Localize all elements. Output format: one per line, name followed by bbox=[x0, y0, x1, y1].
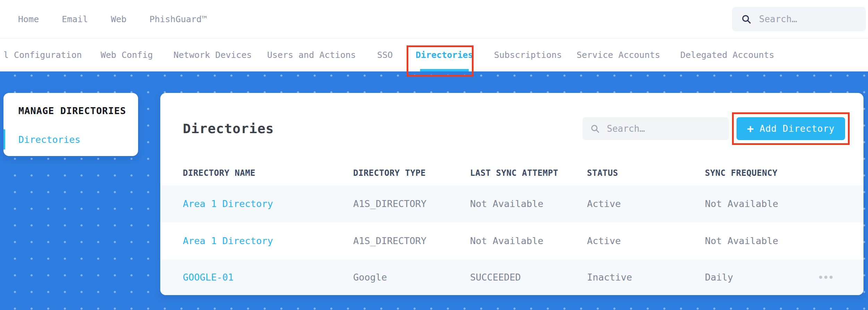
add-directory-button-label: Add Directory bbox=[760, 123, 835, 134]
sync-frequency-cell: Not Available bbox=[705, 235, 809, 246]
settings-tab-bar: l Configuration Web Config Network Devic… bbox=[0, 38, 868, 71]
row-actions-menu-icon[interactable] bbox=[817, 272, 835, 282]
page-title: Directories bbox=[183, 121, 274, 136]
tab-users-and-actions[interactable]: Users and Actions bbox=[267, 38, 356, 71]
search-icon bbox=[590, 124, 600, 134]
tab-web-config[interactable]: Web Config bbox=[101, 38, 153, 71]
status-cell: Active bbox=[587, 235, 705, 246]
top-nav-item-home[interactable]: Home bbox=[18, 14, 39, 24]
sidebar-item-directories[interactable]: Directories bbox=[3, 129, 138, 149]
add-directory-button[interactable]: + Add Directory bbox=[737, 117, 845, 140]
table-row: GOOGLE-01 Google SUCCEEDED Inactive Dail… bbox=[160, 259, 863, 295]
table-row: Area 1 Directory A1S_DIRECTORY Not Avail… bbox=[160, 222, 863, 259]
red-annotation-box-add-directory: + Add Directory bbox=[732, 112, 850, 145]
sidebar-title: MANAGE DIRECTORIES bbox=[18, 105, 138, 116]
directories-search-input[interactable] bbox=[606, 123, 721, 134]
sync-frequency-cell: Daily bbox=[705, 272, 809, 283]
global-search-input[interactable] bbox=[758, 14, 857, 25]
column-header-last-sync-attempt: LAST SYNC ATTEMPT bbox=[470, 168, 587, 178]
status-cell: Active bbox=[587, 198, 705, 209]
directory-type-cell: A1S_DIRECTORY bbox=[353, 198, 470, 209]
tab-email-configuration[interactable]: l Configuration bbox=[3, 38, 82, 71]
column-header-sync-frequency: SYNC FREQUENCY bbox=[705, 168, 809, 178]
last-sync-attempt-cell: Not Available bbox=[470, 235, 587, 246]
plus-icon: + bbox=[747, 123, 754, 134]
tab-sso[interactable]: SSO bbox=[377, 38, 393, 71]
directories-page: MANAGE DIRECTORIES Directories Directori… bbox=[0, 71, 868, 310]
directories-panel: Directories + Add Directory DIRECTO bbox=[160, 93, 863, 295]
last-sync-attempt-cell: SUCCEEDED bbox=[470, 272, 587, 283]
tab-network-devices[interactable]: Network Devices bbox=[173, 38, 252, 71]
global-search-box[interactable] bbox=[732, 7, 866, 31]
column-header-status: STATUS bbox=[587, 168, 705, 178]
directory-name-link[interactable]: Area 1 Directory bbox=[183, 198, 353, 209]
top-nav-item-email[interactable]: Email bbox=[62, 14, 88, 24]
directory-name-link[interactable]: GOOGLE-01 bbox=[183, 272, 353, 283]
tab-directories[interactable]: Directories bbox=[416, 38, 473, 71]
top-nav-item-phishguard[interactable]: PhishGuard™ bbox=[150, 14, 207, 24]
top-nav-item-web[interactable]: Web bbox=[111, 14, 126, 24]
actions-cell bbox=[809, 272, 843, 282]
directory-type-cell: Google bbox=[353, 272, 470, 283]
tab-service-accounts[interactable]: Service Accounts bbox=[577, 38, 660, 71]
table-body: Area 1 Directory A1S_DIRECTORY Not Avail… bbox=[160, 185, 863, 295]
top-nav: Home Email Web PhishGuard™ bbox=[0, 0, 868, 38]
tab-subscriptions[interactable]: Subscriptions bbox=[494, 38, 562, 71]
column-header-directory-name: DIRECTORY NAME bbox=[183, 168, 353, 178]
panel-header: Directories + Add Directory bbox=[160, 93, 863, 145]
status-cell: Inactive bbox=[587, 272, 705, 283]
table-header-row: DIRECTORY NAME DIRECTORY TYPE LAST SYNC … bbox=[160, 161, 863, 185]
last-sync-attempt-cell: Not Available bbox=[470, 198, 587, 209]
directories-search-box[interactable] bbox=[582, 117, 729, 140]
directory-type-cell: A1S_DIRECTORY bbox=[353, 235, 470, 246]
table-row: Area 1 Directory A1S_DIRECTORY Not Avail… bbox=[160, 185, 863, 222]
top-nav-items: Home Email Web PhishGuard™ bbox=[18, 14, 207, 24]
manage-directories-card: MANAGE DIRECTORIES Directories bbox=[3, 93, 138, 156]
directory-name-link[interactable]: Area 1 Directory bbox=[183, 235, 353, 246]
search-icon bbox=[741, 14, 751, 24]
tab-delegated-accounts[interactable]: Delegated Accounts bbox=[680, 38, 774, 71]
sync-frequency-cell: Not Available bbox=[705, 198, 809, 209]
column-header-directory-type: DIRECTORY TYPE bbox=[353, 168, 470, 178]
